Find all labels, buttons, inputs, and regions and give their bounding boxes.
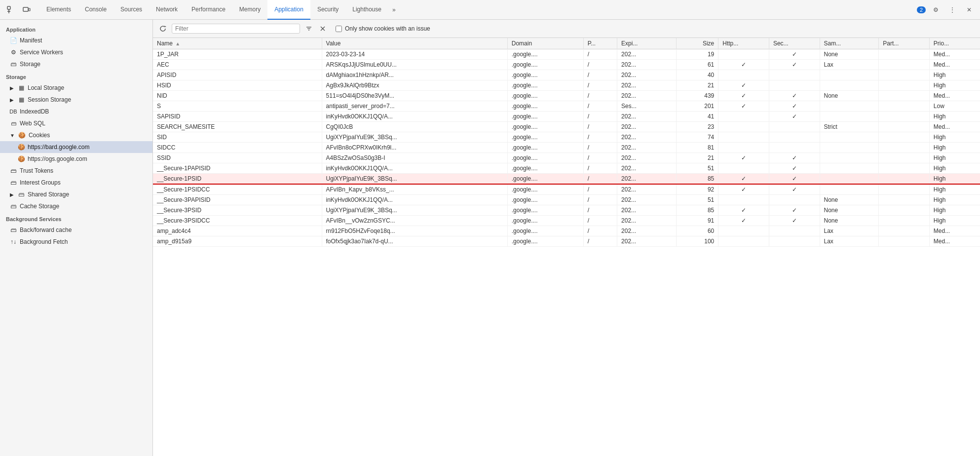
table-row[interactable]: __Secure-1PSIDCCAFvIBn_Kapv_b8VKss_....g… — [153, 184, 980, 195]
filter-input[interactable] — [175, 25, 297, 32]
sidebar-item-manifest[interactable]: 📄 Manifest — [0, 35, 152, 46]
table-row[interactable]: __Secure-3PSIDUgiXYPjpaIYuE9K_3BSq....go… — [153, 205, 980, 216]
tab-security[interactable]: Security — [310, 0, 345, 20]
table-row[interactable]: SEARCH_SAMESITECgQI0JcB.google..../202..… — [153, 122, 980, 132]
cell-priority: High — [929, 184, 980, 195]
sidebar-item-trust-tokens[interactable]: 🗃 Trust Tokens — [0, 165, 152, 177]
table-row[interactable]: AECARSKqsJJjUSlmuLe0UU....google..../202… — [153, 60, 980, 70]
refresh-button[interactable] — [157, 23, 169, 35]
cell-name: AEC — [153, 60, 322, 70]
sidebar-item-storage-top[interactable]: 🗃 Storage — [0, 58, 152, 70]
table-row[interactable]: amp_adc4c4rn912FbO5HZvFoqe18q....google.… — [153, 226, 980, 236]
tab-performance[interactable]: Performance — [185, 0, 232, 20]
sidebar-item-local-storage[interactable]: ▶ ▦ Local Storage — [0, 82, 152, 94]
cell-priority: High — [929, 205, 980, 216]
cell-priority: High — [929, 195, 980, 205]
tab-sources[interactable]: Sources — [113, 0, 149, 20]
sidebar-item-cookies[interactable]: ▼ 🍪 Cookies — [0, 129, 152, 141]
cell-value: foOfx5qjk3ao7Iak7d-qU... — [322, 236, 507, 247]
inspect-icon[interactable] — [4, 3, 18, 17]
cell-name: S — [153, 101, 322, 112]
cell-secure: ✓ — [769, 101, 820, 112]
cell-priority: Med... — [929, 226, 980, 236]
close-icon[interactable]: ✕ — [962, 3, 976, 17]
issues-filter-checkbox[interactable] — [336, 26, 342, 32]
col-header-samesite[interactable]: Sam... — [820, 38, 879, 49]
sidebar-item-session-storage[interactable]: ▶ ▦ Session Storage — [0, 94, 152, 106]
more-options-icon[interactable]: ⋮ — [945, 3, 959, 17]
cell-samesite: None — [820, 205, 879, 216]
tab-memory[interactable]: Memory — [232, 0, 267, 20]
sidebar-item-service-workers[interactable]: ⚙ Service Workers — [0, 46, 152, 58]
tab-elements[interactable]: Elements — [39, 0, 78, 20]
settings-icon[interactable]: ⚙ — [929, 3, 942, 17]
cell-value: inKyHvdk0OKKJ1QQ/A... — [322, 112, 507, 122]
col-header-path[interactable]: P... — [583, 38, 617, 49]
sidebar-service-workers-label: Service Workers — [20, 49, 63, 56]
col-header-expires[interactable]: Expi... — [617, 38, 677, 49]
cookie-bard-icon: 🍪 — [18, 144, 25, 151]
sidebar-item-background-fetch[interactable]: ↑↓ Background Fetch — [0, 236, 152, 248]
table-row[interactable]: SIDUgiXYPjpaIYuE9K_3BSq....google..../20… — [153, 132, 980, 143]
table-row[interactable]: HSIDAgBx9JkAlQrb9Btzx.google..../202...2… — [153, 80, 980, 91]
table-row[interactable]: SSIDA4BSzZwOSaS0g3B-I.google..../202...2… — [153, 153, 980, 163]
table-row[interactable]: SAPISIDinKyHvdk0OKKJ1QQ/A....google..../… — [153, 112, 980, 122]
filter-clear-button[interactable] — [317, 23, 329, 35]
filter-options-button[interactable] — [303, 23, 315, 35]
trust-tokens-icon: 🗃 — [10, 167, 17, 174]
sidebar-item-shared-storage[interactable]: ▶ 🗃 Shared Storage — [0, 189, 152, 200]
cell-http: ✓ — [718, 184, 769, 195]
sidebar-item-indexeddb[interactable]: DB IndexedDB — [0, 106, 152, 117]
sidebar-item-back-forward-cache[interactable]: 🗃 Back/forward cache — [0, 224, 152, 236]
col-header-value[interactable]: Value — [322, 38, 507, 49]
cell-priority: Med... — [929, 49, 980, 60]
cookies-icon: 🍪 — [19, 132, 26, 139]
table-row[interactable]: 1P_JAR2023-03-23-14.google..../202...19✓… — [153, 49, 980, 60]
col-header-partitioned[interactable]: Part... — [879, 38, 930, 49]
table-row[interactable]: SIDCCAFvIBn8oCPRXw0IKrh9l....google..../… — [153, 143, 980, 153]
col-header-domain[interactable]: Domain — [507, 38, 583, 49]
table-row[interactable]: __Secure-1PSIDUgiXYPjpaIYuE9K_3BSq....go… — [153, 174, 980, 185]
col-header-priority[interactable]: Prio... — [929, 38, 980, 49]
cell-priority: High — [929, 153, 980, 163]
table-row[interactable]: Santipasti_server_prod=7....google..../S… — [153, 101, 980, 112]
cell-partitioned — [879, 195, 930, 205]
cell-size: 439 — [676, 91, 718, 101]
table-row[interactable]: __Secure-1PAPISIDinKyHvdk0OKKJ1QQ/A....g… — [153, 163, 980, 174]
more-tabs-button[interactable]: » — [388, 0, 400, 20]
sidebar-item-cache-storage[interactable]: 🗃 Cache Storage — [0, 200, 152, 212]
table-row[interactable]: NID511=sO4I4jDS0he3VyM....google..../202… — [153, 91, 980, 101]
col-header-name[interactable]: Name ▲ — [153, 38, 322, 49]
table-row[interactable]: __Secure-3PSIDCCAFvIBn__vOw2znGSYC....go… — [153, 216, 980, 226]
cell-samesite — [820, 163, 879, 174]
cell-name: NID — [153, 91, 322, 101]
cell-path: / — [583, 112, 617, 122]
cell-size: 51 — [676, 195, 718, 205]
sidebar-item-websql[interactable]: 🗃 Web SQL — [0, 117, 152, 129]
cell-value: ARSKqsJJjUSlmuLe0UU... — [322, 60, 507, 70]
sidebar-item-cookie-ogs[interactable]: 🍪 https://ogs.google.com — [0, 153, 152, 165]
sidebar-item-interest-groups[interactable]: 🗃 Interest Groups — [0, 177, 152, 189]
cell-size: 21 — [676, 153, 718, 163]
cell-http: ✓ — [718, 216, 769, 226]
cell-partitioned — [879, 163, 930, 174]
cell-size: 40 — [676, 70, 718, 80]
tab-network[interactable]: Network — [149, 0, 185, 20]
tab-console[interactable]: Console — [78, 0, 113, 20]
tab-application[interactable]: Application — [267, 0, 310, 20]
cell-name: SAPISID — [153, 112, 322, 122]
cell-priority: High — [929, 112, 980, 122]
sidebar-item-cookie-bard[interactable]: 🍪 https://bard.google.com — [0, 141, 152, 153]
cache-storage-icon: 🗃 — [10, 203, 17, 210]
sidebar-manifest-label: Manifest — [20, 37, 42, 44]
tab-lighthouse[interactable]: Lighthouse — [345, 0, 388, 20]
cell-path: / — [583, 122, 617, 132]
col-header-http[interactable]: Http... — [718, 38, 769, 49]
col-header-secure[interactable]: Sec... — [769, 38, 820, 49]
table-row[interactable]: __Secure-3PAPISIDinKyHvdk0OKKJ1QQ/A....g… — [153, 195, 980, 205]
table-row[interactable]: APISIDdAMghiaox1hHznkp/AR....google..../… — [153, 70, 980, 80]
device-toggle-icon[interactable] — [20, 3, 34, 17]
svg-rect-0 — [7, 6, 10, 9]
col-header-size[interactable]: Size — [676, 38, 718, 49]
table-row[interactable]: amp_d915a9foOfx5qjk3ao7Iak7d-qU....googl… — [153, 236, 980, 247]
